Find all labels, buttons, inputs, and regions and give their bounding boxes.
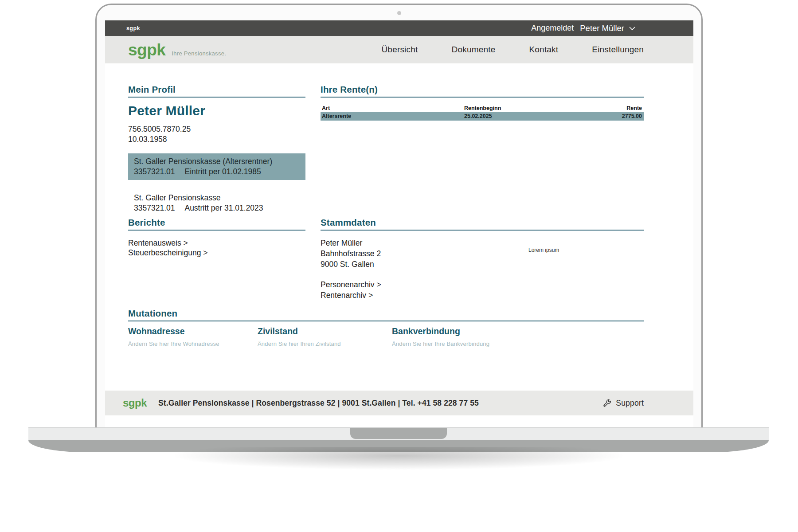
laptop-shadow [75,447,723,496]
ahv-number: 756.5005.7870.25 [128,124,305,134]
user-menu[interactable]: Angemeldet Peter Müller [531,23,636,33]
mutation-title[interactable]: Wohnadresse [128,326,257,336]
link-rentenausweis[interactable]: Rentenausweis > [128,239,305,248]
nav-item-kontakt[interactable]: Kontakt [529,45,558,55]
address-line: Peter Müller [321,238,644,248]
col-header-rentenbeginn: Rentenbeginn [464,105,589,112]
section-title-mutationen: Mutationen [128,308,644,319]
col-header-art: Art [322,105,464,112]
profile-name: Peter Müller [128,103,305,119]
section-title-berichte: Berichte [128,217,305,228]
mutation-subtitle[interactable]: Ändern Sie hier Ihre Bankverbindung [392,340,538,347]
nav-items: Übersicht Dokumente Kontakt Einstellunge… [381,45,644,55]
birth-date: 10.03.1958 [128,134,305,145]
membership-status: Eintritt per 01.02.1985 [184,167,261,176]
wrench-icon [602,399,612,408]
titlebar: sgpk Angemeldet Peter Müller [105,20,693,36]
section-rule [321,97,644,98]
membership-detail: 3357321.01Austritt per 31.01.2023 [134,203,301,213]
brand-tagline: Ihre Pensionskasse. [172,50,226,57]
section-rule [128,321,644,321]
sgpk-logo[interactable]: sgpk [128,42,165,58]
section-mutationen: Mutationen Wohnadresse Ändern Sie hier I… [128,308,644,375]
logged-in-label: Angemeldet [531,23,574,33]
link-steuerbescheinigung[interactable]: Steuerbescheinigung > [128,248,305,258]
support-label: Support [616,399,644,408]
mutation-subtitle[interactable]: Ändern Sie hier Ihre Wohnadresse [128,340,257,347]
membership-detail: 3357321.01Eintritt per 01.02.1985 [134,167,301,177]
stammdaten-links: Personenarchiv > Rentenarchiv > [321,279,644,301]
footer-sgpk-logo: sgpk [123,397,147,409]
section-berichte: Berichte Rentenausweis > Steuerbescheini… [128,217,305,258]
col-header-rente: Rente [589,105,642,112]
section-rule [128,230,305,231]
nav-item-uebersicht[interactable]: Übersicht [381,45,418,55]
renten-table-header: Art Rentenbeginn Rente [321,105,644,112]
footer: sgpk St.Galler Pensionskasse | Rosenberg… [105,391,693,415]
laptop-screen-frame: sgpk Angemeldet Peter Müller sgpk Ihre P… [95,4,703,428]
cell-art: Altersrente [322,113,464,120]
link-rentenarchiv[interactable]: Rentenarchiv > [321,290,644,301]
membership-card-former[interactable]: St. Galler Pensionskasse 3357321.01Austr… [128,190,305,216]
chevron-down-icon [629,26,636,31]
membership-card-active[interactable]: St. Galler Pensionskasse (Altersrentner)… [128,153,305,180]
mutation-title[interactable]: Bankverbindung [392,326,538,336]
membership-status: Austritt per 31.01.2023 [184,203,263,212]
membership-name: St. Galler Pensionskasse (Altersrentner) [134,156,301,167]
membership-number: 3357321.01 [134,167,175,176]
cell-rentenbeginn: 25.02.2025 [464,113,589,120]
mutation-wohnadresse[interactable]: Wohnadresse Ändern Sie hier Ihre Wohnadr… [128,326,257,347]
address-line: 9000 St. Gallen [321,259,644,270]
nav-item-dokumente[interactable]: Dokumente [452,45,496,55]
mutation-subtitle[interactable]: Ändern Sie hier Ihren Zivilstand [258,340,386,347]
section-title-ihre-renten: Ihre Rente(n) [321,84,644,95]
section-title-mein-profil: Mein Profil [128,84,305,95]
section-rule [321,230,644,231]
address-line: Bahnhofstrasse 2 [321,248,644,259]
main-nav: sgpk Ihre Pensionskasse. Übersicht Dokum… [105,36,693,63]
mutation-zivilstand[interactable]: Zivilstand Ändern Sie hier Ihren Zivilst… [258,326,386,347]
profile-ids: 756.5005.7870.25 10.03.1958 [128,124,305,145]
membership-name: St. Galler Pensionskasse [134,193,301,203]
link-personenarchiv[interactable]: Personenarchiv > [321,279,644,290]
renten-table: Art Rentenbeginn Rente Altersrente 25.02… [321,105,644,121]
webcam-dot [397,11,401,15]
mutation-title[interactable]: Zivilstand [258,326,386,336]
section-mein-profil: Mein Profil Peter Müller 756.5005.7870.2… [128,84,305,216]
cell-rente: 2775.00 [589,113,642,120]
footer-contact-info: St.Galler Pensionskasse | Rosenbergstras… [158,399,479,408]
berichte-links: Rentenausweis > Steuerbescheinigung > [128,239,305,258]
user-name: Peter Müller [580,23,624,33]
section-rule [128,97,305,98]
mutation-bankverbindung[interactable]: Bankverbindung Ändern Sie hier Ihre Bank… [392,326,538,347]
brand[interactable]: sgpk Ihre Pensionskasse. [128,42,226,58]
stammdaten-note: Lorem ipsum [528,247,559,253]
laptop-mockup: sgpk Angemeldet Peter Müller sgpk Ihre P… [0,0,798,532]
section-title-stammdaten: Stammdaten [321,217,644,228]
app-window: sgpk Angemeldet Peter Müller sgpk Ihre P… [105,20,693,427]
section-ihre-renten: Ihre Rente(n) Art Rentenbeginn Rente Alt… [321,84,644,121]
nav-item-einstellungen[interactable]: Einstellungen [592,45,644,55]
stammdaten-address: Peter Müller Bahnhofstrasse 2 9000 St. G… [321,238,644,270]
support-link[interactable]: Support [602,399,644,408]
laptop-base-notch [350,428,447,439]
renten-table-row[interactable]: Altersrente 25.02.2025 2775.00 [321,112,644,121]
membership-number: 3357321.01 [134,203,175,212]
titlebar-brand: sgpk [126,25,140,31]
section-stammdaten: Stammdaten Peter Müller Bahnhofstrasse 2… [321,217,644,301]
